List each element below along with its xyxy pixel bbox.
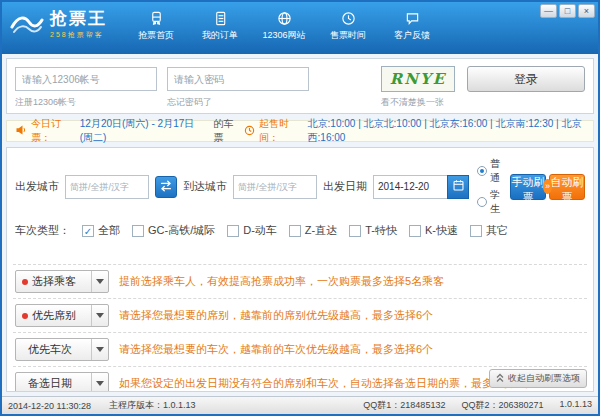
window-controls: — □ × <box>540 4 595 18</box>
manual-refresh-button[interactable]: 手动刷票 <box>510 174 546 200</box>
captcha-image[interactable]: RNYE <box>381 66 455 92</box>
radio-dot-icon <box>477 166 487 176</box>
train-type-label: 车次类型： <box>15 223 70 238</box>
nav-item-orders[interactable]: 我的订单 <box>197 11 243 42</box>
button-label: 优先席别 <box>32 308 91 323</box>
nav-item-12306[interactable]: 12306网站 <box>261 11 307 42</box>
select-passenger-button[interactable]: 选择乘客 <box>15 270 109 293</box>
register-link[interactable]: 注册12306帐号 <box>15 96 167 109</box>
passenger-type-radios: 普通 学生 <box>477 157 500 216</box>
nav-item-label: 我的订单 <box>202 29 238 42</box>
checkbox-other-type[interactable]: 其它 <box>470 223 508 238</box>
minimize-button[interactable]: — <box>540 4 557 18</box>
depart-city-input[interactable] <box>65 175 149 199</box>
train-priority-button[interactable]: 优先车次 <box>15 338 109 361</box>
brand-text: 抢票王 258抢票帮客 <box>50 10 107 40</box>
collapse-button-label: 收起自动刷票选项 <box>508 372 580 385</box>
button-label: 备选日期 <box>16 376 91 391</box>
button-label: 优先车次 <box>16 342 91 357</box>
checkbox-t-type[interactable]: T-特快 <box>349 223 397 238</box>
app-title: 抢票王 <box>50 10 107 28</box>
wave-logo-icon <box>10 12 44 38</box>
checkbox-d-type[interactable]: D-动车 <box>227 223 277 238</box>
sale-time-label: 起售时间： <box>259 117 304 145</box>
checkbox-icon <box>82 225 94 237</box>
train-hint: 请选择您最想要的车次，越靠前的车次优先级越高，最多选择6个 <box>119 342 433 357</box>
sale-time-area: 起售时间： 北京:10:00 | 北京北:10:00 | 北京东:16:00 |… <box>244 117 585 145</box>
passenger-hint: 提前选择乘车人，有效提高抢票成功率，一次购票最多选择5名乘客 <box>119 274 444 289</box>
checkbox-z-type[interactable]: Z-直达 <box>289 223 337 238</box>
seat-priority-button[interactable]: 优先席别 <box>15 304 109 327</box>
swap-cities-button[interactable] <box>155 176 177 198</box>
app-subtitle: 258抢票帮客 <box>50 30 107 40</box>
order-icon <box>213 11 228 26</box>
today-ticket-range: 12月20日(周六) - 2月17日(周二) <box>80 117 206 145</box>
captcha-refresh-link[interactable]: 看不清楚换一张 <box>381 96 585 109</box>
title-bar: 抢票王 258抢票帮客 抢票首页 <box>2 2 598 54</box>
status-qq-group-2: QQ群2：206380271 <box>461 399 543 412</box>
arrive-city-input[interactable] <box>233 175 317 199</box>
nav-item-sale-time[interactable]: 售票时间 <box>325 11 371 42</box>
globe-icon <box>277 11 292 26</box>
sale-time-values: 北京:10:00 | 北京北:10:00 | 北京东:16:00 | 北京南:1… <box>308 117 585 145</box>
search-form-row: 出发城市 到达城市 出发日期 <box>13 152 587 223</box>
checkbox-label: Z-直达 <box>305 223 337 238</box>
radio-student-label: 学生 <box>490 188 500 216</box>
radio-normal[interactable]: 普通 <box>477 157 500 185</box>
status-right: QQ群1：218485132 QQ群2：206380271 1.0.1.13 <box>363 399 592 412</box>
small-clock-icon <box>244 125 255 138</box>
horn-icon <box>15 124 27 138</box>
checkbox-icon <box>132 225 144 237</box>
select-passenger-row: 选择乘客 提前选择乘车人，有效提高抢票成功率，一次购票最多选择5名乘客 <box>13 264 587 298</box>
train-type-row: 车次类型： 全部 GC-高铁/城际 D-动车 Z-直达 T-特快 <box>13 223 587 246</box>
close-button[interactable]: × <box>578 4 595 18</box>
nav-item-label: 抢票首页 <box>138 29 174 42</box>
seat-priority-row: 优先席别 请选择您最想要的席别，越靠前的席别优先级越高，最多选择6个 <box>13 298 587 332</box>
checkbox-label: K-快速 <box>425 223 458 238</box>
chevron-right-icon: » <box>543 179 552 194</box>
today-ticket-label: 今日订票： <box>31 117 76 145</box>
checkbox-label: 全部 <box>98 223 120 238</box>
train-priority-row: 优先车次 请选择您最想要的车次，越靠前的车次优先级越高，最多选择6个 <box>13 332 587 366</box>
alternate-date-button[interactable]: 备选日期 <box>15 372 109 392</box>
login-button[interactable]: 登录 <box>467 66 585 92</box>
checkbox-icon <box>227 225 239 237</box>
required-dot-icon <box>22 279 28 285</box>
swap-arrows-icon <box>159 179 173 195</box>
status-time: 2014-12-20 11:30:28 <box>8 401 91 411</box>
checkbox-gc-type[interactable]: GC-高铁/城际 <box>132 223 215 238</box>
nav-item-feedback[interactable]: 客户反馈 <box>389 11 435 42</box>
checkbox-all-types[interactable]: 全部 <box>82 223 120 238</box>
radio-dot-icon <box>477 197 487 207</box>
collapse-options-button[interactable]: 收起自动刷票选项 <box>489 369 587 388</box>
account-input[interactable] <box>15 67 157 91</box>
forgot-password-link[interactable]: 忘记密码了 <box>167 96 381 109</box>
checkbox-icon <box>289 225 301 237</box>
checkbox-k-type[interactable]: K-快速 <box>409 223 458 238</box>
radio-student[interactable]: 学生 <box>477 188 500 216</box>
nav-item-label: 12306网站 <box>262 29 305 42</box>
date-hint: 如果您设定的出发日期没有符合的席别和车次，自动选择备选日期的票，最多选择5个 <box>119 376 532 391</box>
chevron-down-icon <box>92 313 108 318</box>
today-ticket-suffix: 的车票 <box>213 117 240 145</box>
app-window: 抢票王 258抢票帮客 抢票首页 <box>0 0 600 416</box>
maximize-button[interactable]: □ <box>559 4 576 18</box>
nav-item-home[interactable]: 抢票首页 <box>133 11 179 42</box>
checkbox-icon <box>409 225 421 237</box>
depart-city-label: 出发城市 <box>15 179 59 194</box>
button-label: 选择乘客 <box>32 274 91 289</box>
arrive-city-label: 到达城市 <box>183 179 227 194</box>
radio-normal-label: 普通 <box>490 157 500 185</box>
depart-date-input[interactable] <box>373 175 447 199</box>
checkbox-icon <box>470 225 482 237</box>
status-bar: 2014-12-20 11:30:28 主程序版本：1.0.1.13 QQ群1：… <box>2 396 598 414</box>
password-input[interactable] <box>167 67 309 91</box>
auto-refresh-button[interactable]: 自动刷票 <box>549 174 585 200</box>
brand: 抢票王 258抢票帮客 <box>10 10 107 40</box>
calendar-button[interactable] <box>447 175 469 199</box>
search-panel: 出发城市 到达城市 出发日期 <box>6 147 594 392</box>
ticket-info-bar: 今日订票： 12月20日(周六) - 2月17日(周二) 的车票 起售时间： 北… <box>6 120 594 142</box>
required-dot-icon <box>22 313 28 319</box>
login-panel: RNYE 登录 注册12306帐号 忘记密码了 看不清楚换一张 <box>6 58 594 114</box>
chevron-down-icon <box>92 381 108 386</box>
